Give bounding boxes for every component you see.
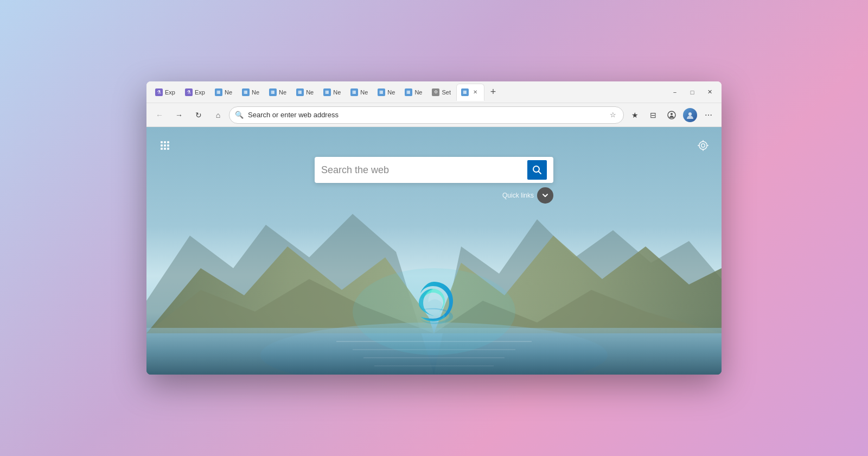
- share-button[interactable]: [663, 106, 680, 124]
- svg-rect-22: [698, 145, 700, 146]
- page-favorites-icon[interactable]: ☆: [608, 110, 618, 120]
- maximize-button[interactable]: □: [685, 86, 700, 98]
- grid-icon-6: ▦: [350, 88, 358, 96]
- tab-ne-3[interactable]: ▦ Ne: [265, 84, 291, 101]
- tab-settings[interactable]: ⚙ Set: [427, 84, 455, 101]
- svg-rect-14: [161, 144, 163, 147]
- tab-ne-7-label: Ne: [387, 89, 395, 96]
- svg-rect-20: [703, 140, 704, 142]
- svg-rect-17: [161, 148, 163, 150]
- grid-icon-7: ▦: [378, 88, 385, 96]
- grid-icon-5: ▦: [323, 88, 331, 96]
- flask-icon-1: ⚗: [155, 88, 163, 96]
- tab-ne-8-label: Ne: [414, 89, 422, 96]
- svg-rect-18: [164, 148, 166, 150]
- tab-ne-6[interactable]: ▦ Ne: [346, 84, 372, 101]
- quick-links-row: Quick links: [502, 187, 553, 204]
- tab-exp-1-label: Exp: [165, 89, 175, 96]
- refresh-button[interactable]: ↻: [190, 106, 207, 124]
- tab-ne-1-label: Ne: [225, 89, 232, 96]
- tab-exp-1[interactable]: ⚗ Exp: [151, 84, 180, 101]
- search-input[interactable]: Search the web: [321, 164, 523, 176]
- minimize-button[interactable]: −: [667, 86, 682, 98]
- grid-icon-3: ▦: [269, 88, 277, 96]
- forward-button[interactable]: →: [170, 106, 188, 124]
- tab-settings-label: Set: [442, 89, 451, 96]
- svg-rect-19: [167, 148, 169, 150]
- svg-rect-16: [167, 144, 169, 147]
- tab-ne-4[interactable]: ▦ Ne: [292, 84, 318, 101]
- gear-tab-icon: ⚙: [432, 88, 439, 96]
- tab-ne-5[interactable]: ▦ Ne: [319, 84, 345, 101]
- search-address-icon: 🔍: [235, 111, 244, 119]
- tab-ne-7[interactable]: ▦ Ne: [373, 84, 399, 101]
- svg-point-2: [688, 112, 692, 116]
- tab-ne-5-label: Ne: [333, 89, 341, 96]
- tab-ne-4-label: Ne: [306, 89, 314, 96]
- svg-rect-15: [164, 144, 166, 147]
- flask-icon-2: ⚗: [185, 88, 193, 96]
- tab-ne-3-label: Ne: [279, 89, 286, 96]
- tab-ne-6-label: Ne: [360, 89, 368, 96]
- grid-icon-active: ▦: [461, 88, 469, 96]
- nav-right-buttons: ★ ⊟ ⋯: [626, 106, 717, 124]
- tab-ne-8[interactable]: ▦ Ne: [400, 84, 426, 101]
- more-options-button[interactable]: ⋯: [700, 106, 717, 124]
- close-button[interactable]: ✕: [702, 86, 717, 98]
- grid-icon-4: ▦: [296, 88, 304, 96]
- profile-avatar: [683, 108, 697, 122]
- svg-rect-12: [164, 141, 166, 143]
- svg-rect-23: [707, 145, 709, 146]
- svg-rect-11: [161, 141, 163, 143]
- navigation-bar: ← → ↻ ⌂ 🔍 Search or enter web address ☆ …: [146, 103, 722, 127]
- apps-grid-button[interactable]: [156, 137, 174, 154]
- svg-rect-21: [703, 149, 704, 151]
- home-button[interactable]: ⌂: [209, 106, 227, 124]
- search-box[interactable]: Search the web: [315, 157, 553, 183]
- search-submit-button[interactable]: [527, 160, 547, 180]
- tab-ne-2-label: Ne: [252, 89, 259, 96]
- customize-button[interactable]: [694, 137, 712, 154]
- tab-active[interactable]: ▦ ✕: [456, 84, 484, 101]
- svg-rect-13: [167, 141, 169, 143]
- profile-button[interactable]: [681, 106, 699, 124]
- svg-line-25: [539, 172, 541, 174]
- browser-window: ⚗ Exp ⚗ Exp ▦ Ne ▦ Ne ▦ Ne ▦ Ne ▦: [146, 81, 722, 375]
- tab-exp-2-label: Exp: [195, 89, 205, 96]
- address-bar[interactable]: 🔍 Search or enter web address ☆: [229, 106, 624, 124]
- tab-ne-1[interactable]: ▦ Ne: [210, 84, 237, 101]
- quick-links-toggle-button[interactable]: [537, 187, 553, 204]
- page-content: Search the web Quick links: [146, 127, 722, 375]
- page-background: Search the web Quick links: [146, 127, 722, 375]
- new-tab-button[interactable]: +: [486, 85, 501, 100]
- svg-point-1: [671, 113, 673, 115]
- address-text: Search or enter web address: [248, 111, 604, 119]
- collections-button[interactable]: ★: [626, 106, 643, 124]
- tab-ne-2[interactable]: ▦ Ne: [238, 84, 264, 101]
- search-container: Search the web Quick links: [315, 157, 553, 204]
- tab-exp-2[interactable]: ⚗ Exp: [181, 84, 209, 101]
- window-controls: − □ ✕: [667, 86, 717, 98]
- split-screen-button[interactable]: ⊟: [644, 106, 662, 124]
- tab-bar: ⚗ Exp ⚗ Exp ▦ Ne ▦ Ne ▦ Ne ▦ Ne ▦: [146, 81, 722, 103]
- back-button[interactable]: ←: [151, 106, 168, 124]
- tab-close-btn[interactable]: ✕: [471, 88, 480, 97]
- svg-point-10: [353, 268, 515, 355]
- grid-icon-2: ▦: [242, 88, 250, 96]
- quick-links-label: Quick links: [502, 192, 534, 199]
- grid-icon-8: ▦: [405, 88, 412, 96]
- grid-icon-1: ▦: [215, 88, 222, 96]
